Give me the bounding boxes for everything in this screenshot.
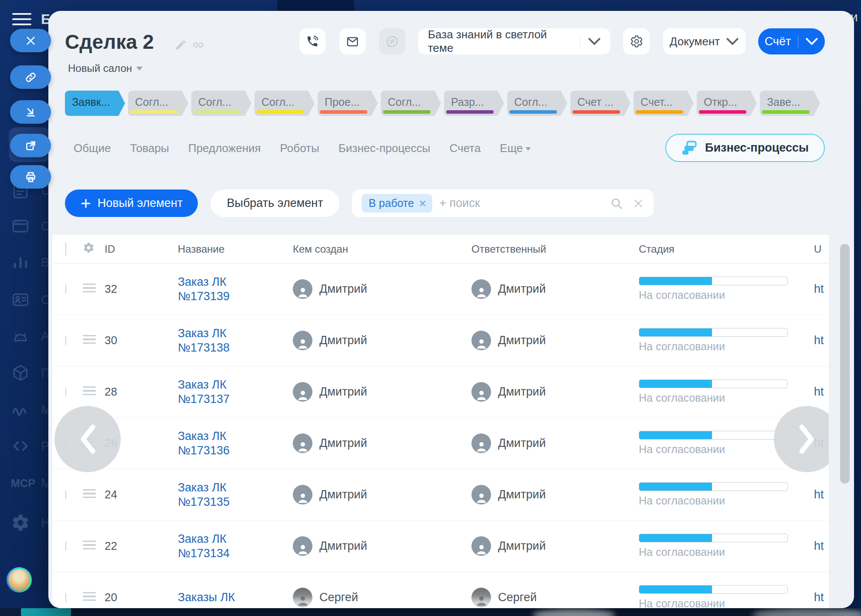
row-menu-icon[interactable] bbox=[83, 386, 102, 396]
row-url-link[interactable]: ht bbox=[814, 488, 829, 501]
funnel-selector[interactable]: Новый салон bbox=[68, 62, 142, 74]
row-checkbox[interactable] bbox=[65, 336, 66, 345]
browser-window-icon[interactable] bbox=[11, 217, 30, 236]
search-icon[interactable] bbox=[610, 197, 623, 210]
column-header-url[interactable]: U bbox=[814, 243, 829, 255]
table-row[interactable]: 20 Заказы ЛК Сергей Сергей На согласован… bbox=[52, 572, 829, 608]
table-row[interactable]: 30 Заказ ЛК№173138 Дмитрий Дмитрий На со… bbox=[52, 315, 829, 366]
item-link[interactable]: Заказы ЛК bbox=[178, 590, 293, 605]
print-button[interactable] bbox=[10, 165, 51, 189]
pipeline-stage[interactable]: Согл... bbox=[191, 91, 251, 116]
tab-more[interactable]: Еще bbox=[500, 142, 531, 155]
search-input[interactable]: + поиск bbox=[439, 196, 610, 210]
package-icon[interactable] bbox=[11, 363, 30, 382]
column-header-name[interactable]: Название bbox=[178, 243, 293, 255]
pipeline-stage[interactable]: Счет ... bbox=[570, 91, 630, 116]
table-row[interactable]: 32 Заказ ЛК№173139 Дмитрий Дмитрий На со… bbox=[52, 264, 829, 315]
row-menu-icon[interactable] bbox=[83, 592, 102, 601]
table-row[interactable]: 26 Заказ ЛК№173136 Дмитрий Дмитрий На со… bbox=[52, 418, 829, 469]
column-header-created-by[interactable]: Кем создан bbox=[293, 243, 471, 255]
contact-card-icon[interactable] bbox=[11, 290, 30, 309]
column-header-id[interactable]: ID bbox=[102, 243, 178, 255]
created-by-name[interactable]: Дмитрий bbox=[319, 385, 367, 399]
row-checkbox[interactable] bbox=[65, 490, 66, 499]
row-menu-icon[interactable] bbox=[83, 541, 102, 550]
tab[interactable]: Роботы bbox=[280, 142, 319, 155]
mcp-icon[interactable]: MCP bbox=[11, 474, 30, 493]
table-row[interactable]: 24 Заказ ЛК№173135 Дмитрий Дмитрий На со… bbox=[52, 469, 829, 521]
row-url-link[interactable]: ht bbox=[814, 539, 829, 553]
document-button[interactable]: Документ bbox=[663, 28, 746, 54]
item-link[interactable]: Заказ ЛК№173136 bbox=[178, 429, 293, 458]
created-by-name[interactable]: Дмитрий bbox=[319, 437, 367, 450]
select-element-button[interactable]: Выбрать элемент bbox=[210, 190, 339, 217]
item-link[interactable]: Заказ ЛК№173137 bbox=[178, 378, 293, 406]
table-settings-button[interactable] bbox=[83, 242, 102, 256]
search-filter-bar[interactable]: В работе + поиск bbox=[352, 190, 654, 217]
tab[interactable]: Счета bbox=[449, 142, 481, 155]
responsible-name[interactable]: Сергей bbox=[498, 591, 537, 604]
avatar[interactable] bbox=[7, 567, 32, 592]
responsible-name[interactable]: Дмитрий bbox=[498, 385, 546, 399]
row-menu-icon[interactable] bbox=[83, 489, 102, 498]
call-button[interactable] bbox=[299, 28, 325, 54]
table-row[interactable]: 28 Заказ ЛК№173137 Дмитрий Дмитрий На со… bbox=[52, 366, 829, 418]
row-url-link[interactable]: ht bbox=[814, 591, 829, 604]
pipeline-stage[interactable]: Откр... bbox=[697, 91, 757, 116]
email-button[interactable] bbox=[339, 28, 366, 54]
pipeline-stage[interactable]: Согл... bbox=[128, 91, 188, 116]
close-icon[interactable] bbox=[633, 198, 644, 209]
row-checkbox[interactable] bbox=[65, 542, 66, 551]
invoice-button[interactable]: Счёт bbox=[758, 28, 825, 54]
row-menu-icon[interactable] bbox=[83, 284, 102, 293]
pipeline-stage[interactable]: Разр... bbox=[444, 91, 504, 116]
responsible-name[interactable]: Дмитрий bbox=[498, 539, 546, 553]
pipeline-stage[interactable]: Согл... bbox=[254, 91, 315, 116]
minimize-button[interactable] bbox=[10, 100, 51, 124]
responsible-name[interactable]: Дмитрий bbox=[498, 334, 546, 347]
responsible-name[interactable]: Дмитрий bbox=[498, 282, 546, 296]
created-by-name[interactable]: Дмитрий bbox=[319, 334, 367, 347]
row-url-link[interactable]: ht bbox=[814, 334, 829, 347]
business-processes-button[interactable]: Бизнес-процессы bbox=[665, 134, 825, 162]
row-menu-icon[interactable] bbox=[83, 335, 102, 344]
settings-button[interactable] bbox=[623, 28, 650, 54]
tab[interactable]: Общие bbox=[74, 142, 111, 155]
close-button[interactable] bbox=[10, 29, 51, 52]
tab[interactable]: Предложения bbox=[188, 142, 261, 155]
row-checkbox[interactable] bbox=[65, 593, 66, 602]
menu-icon[interactable] bbox=[12, 13, 31, 29]
knowledge-base-button[interactable]: База знаний в светлой теме bbox=[418, 28, 610, 54]
created-by-name[interactable]: Дмитрий bbox=[319, 282, 367, 296]
wave-logo-icon[interactable] bbox=[11, 400, 30, 419]
row-checkbox[interactable] bbox=[65, 284, 66, 294]
bar-chart-icon[interactable] bbox=[11, 253, 30, 272]
pipeline-stage[interactable]: Прое... bbox=[318, 91, 378, 116]
column-header-responsible[interactable]: Ответственный bbox=[471, 243, 639, 255]
pipeline-stage[interactable]: Заявк... bbox=[65, 91, 125, 116]
copy-link-button[interactable] bbox=[10, 65, 51, 89]
scroll-left-button[interactable] bbox=[54, 406, 121, 472]
pipeline-stage[interactable]: Согл... bbox=[507, 91, 567, 116]
column-header-stage[interactable]: Стадия bbox=[639, 243, 814, 255]
responsible-name[interactable]: Дмитрий bbox=[498, 488, 546, 501]
row-url-link[interactable]: ht bbox=[814, 282, 829, 296]
pipeline-stage[interactable]: Счет... bbox=[634, 91, 694, 116]
link-icon[interactable] bbox=[192, 39, 204, 51]
created-by-name[interactable]: Дмитрий bbox=[319, 539, 367, 553]
table-row[interactable]: 22 Заказ ЛК№173134 Дмитрий Дмитрий На со… bbox=[52, 521, 829, 572]
tab[interactable]: Бизнес-процессы bbox=[339, 142, 430, 155]
pipeline-stage[interactable]: Согл... bbox=[381, 91, 441, 116]
filter-chip[interactable]: В работе bbox=[362, 194, 432, 213]
edit-icon[interactable] bbox=[175, 39, 187, 51]
row-url-link[interactable]: ht bbox=[814, 385, 829, 399]
robot-icon[interactable] bbox=[11, 326, 30, 345]
tab[interactable]: Товары bbox=[130, 142, 169, 155]
vertical-scrollbar[interactable] bbox=[840, 244, 850, 484]
item-link[interactable]: Заказ ЛК№173139 bbox=[178, 275, 293, 304]
close-icon[interactable] bbox=[419, 200, 426, 207]
code-icon[interactable] bbox=[11, 437, 30, 456]
new-element-button[interactable]: Новый элемент bbox=[65, 190, 198, 217]
created-by-name[interactable]: Сергей bbox=[319, 591, 358, 604]
row-checkbox[interactable] bbox=[65, 387, 66, 396]
